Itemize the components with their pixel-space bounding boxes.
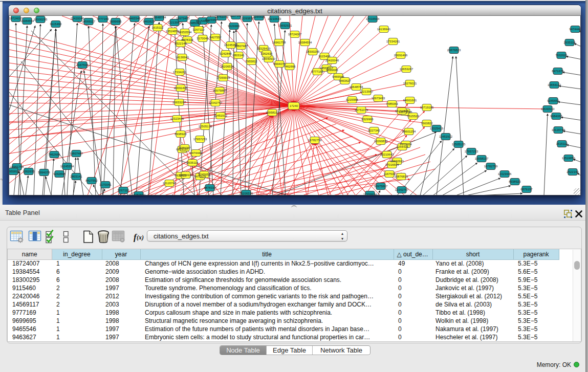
svg-text:10120746: 10120746 (552, 128, 565, 132)
svg-text:89601254: 89601254 (402, 130, 416, 133)
svg-text:16782759: 16782759 (308, 139, 322, 142)
svg-text:2522143: 2522143 (567, 170, 579, 173)
svg-text:10210643: 10210643 (268, 17, 281, 20)
svg-text:3170041: 3170041 (99, 183, 112, 186)
svg-text:9463627: 9463627 (143, 20, 155, 23)
svg-text:15692921: 15692921 (390, 160, 404, 163)
svg-text:6879197: 6879197 (520, 188, 533, 191)
svg-text:9245652: 9245652 (547, 99, 559, 102)
svg-text:12093832: 12093832 (241, 17, 254, 20)
svg-text:13325419: 13325419 (430, 127, 444, 130)
svg-text:9777169: 9777169 (97, 17, 109, 20)
svg-text:20876823: 20876823 (447, 49, 461, 52)
svg-text:9465546: 9465546 (128, 17, 141, 20)
svg-text:7663822: 7663822 (421, 122, 433, 125)
svg-text:9699695: 9699695 (110, 20, 122, 23)
svg-text:9329966: 9329966 (361, 118, 374, 121)
svg-text:19384554: 19384554 (20, 19, 34, 23)
svg-text:10654112: 10654112 (548, 83, 561, 86)
svg-text:10648784: 10648784 (350, 85, 363, 89)
svg-text:10654112: 10654112 (179, 173, 193, 177)
svg-text:7955812: 7955812 (9, 170, 19, 173)
svg-text:7462666: 7462666 (284, 65, 296, 68)
svg-text:1167533: 1167533 (384, 172, 396, 176)
svg-text:12323446: 12323446 (498, 172, 512, 176)
svg-text:10653267: 10653267 (400, 68, 413, 71)
svg-text:5215958: 5215958 (346, 98, 358, 101)
svg-text:10807487: 10807487 (70, 152, 83, 155)
svg-text:17334261: 17334261 (386, 40, 400, 43)
svg-text:64661601: 64661601 (403, 99, 417, 102)
svg-text:2935114: 2935114 (564, 41, 576, 44)
svg-text:16245354: 16245354 (60, 165, 74, 168)
svg-text:9115460: 9115460 (50, 23, 62, 26)
svg-text:26206536: 26206536 (221, 65, 234, 68)
svg-text:9084067: 9084067 (179, 146, 191, 149)
svg-text:20691406: 20691406 (394, 54, 408, 57)
svg-text:10973493: 10973493 (176, 17, 190, 20)
svg-text:3170041: 3170041 (197, 37, 209, 40)
svg-text:17016504: 17016504 (385, 163, 399, 166)
svg-text:18724007: 18724007 (288, 33, 302, 36)
svg-text:17957253: 17957253 (465, 150, 478, 153)
svg-text:10973493: 10973493 (372, 97, 385, 100)
svg-text:3267110: 3267110 (193, 28, 205, 31)
svg-text:9227342: 9227342 (368, 129, 380, 132)
svg-text:18300295: 18300295 (306, 50, 320, 53)
svg-text:12342757: 12342757 (395, 188, 409, 191)
svg-text:12323446: 12323446 (170, 117, 184, 120)
svg-text:1362635: 1362635 (23, 170, 35, 173)
svg-text:17016504: 17016504 (366, 17, 380, 20)
svg-text:9242848: 9242848 (220, 52, 232, 55)
svg-text:15751074: 15751074 (355, 108, 368, 112)
svg-text:20691406: 20691406 (174, 86, 188, 90)
svg-text:5994078: 5994078 (38, 171, 50, 174)
svg-text:16782759: 16782759 (484, 165, 498, 168)
svg-text:7462666: 7462666 (48, 153, 60, 156)
svg-text:8427552: 8427552 (209, 36, 222, 39)
svg-text:9777169: 9777169 (311, 70, 323, 73)
svg-text:18300295: 18300295 (34, 18, 48, 21)
svg-text:11451912: 11451912 (439, 135, 453, 138)
svg-text:12505135: 12505135 (199, 125, 212, 128)
svg-text:10958107: 10958107 (475, 157, 489, 160)
svg-text:16961758: 16961758 (10, 165, 24, 168)
svg-text:1244415: 1244415 (253, 16, 265, 18)
svg-text:2935114: 2935114 (187, 161, 199, 164)
svg-text:10210643: 10210643 (380, 153, 394, 156)
svg-text:7485063: 7485063 (386, 102, 398, 105)
svg-text:11451912: 11451912 (214, 114, 228, 117)
svg-text:1615112: 1615112 (556, 142, 569, 145)
svg-text:9474444: 9474444 (190, 151, 202, 155)
svg-text:30975867: 30975867 (374, 185, 388, 188)
svg-text:10807487: 10807487 (234, 45, 248, 48)
svg-text:17359934: 17359934 (363, 193, 377, 195)
svg-text:16961758: 16961758 (272, 41, 286, 44)
svg-text:19353594: 19353594 (132, 193, 146, 195)
svg-text:14569117: 14569117 (82, 20, 96, 23)
svg-text:8427552: 8427552 (85, 179, 98, 182)
svg-text:16154808: 16154808 (395, 110, 409, 113)
svg-text:10958107: 10958107 (266, 111, 279, 114)
svg-text:22420046: 22420046 (325, 59, 339, 62)
svg-text:13325419: 13325419 (257, 47, 271, 50)
svg-text:15276021: 15276021 (403, 82, 417, 85)
svg-text:9465546: 9465546 (332, 75, 344, 78)
svg-text:19384554: 19384554 (298, 41, 312, 44)
svg-text:7515523: 7515523 (407, 115, 419, 118)
svg-text:1615112: 1615112 (152, 26, 164, 29)
svg-text:17334261: 17334261 (173, 71, 187, 74)
svg-text:9329966: 9329966 (228, 25, 240, 28)
svg-text:8471676: 8471676 (552, 70, 564, 73)
svg-text:12213967: 12213967 (360, 90, 374, 93)
svg-text:2522143: 2522143 (175, 42, 187, 45)
svg-text:17359934: 17359934 (216, 76, 230, 79)
svg-text:10653267: 10653267 (172, 101, 186, 104)
svg-text:9245652: 9245652 (198, 173, 210, 176)
svg-text:9084067: 9084067 (550, 115, 562, 118)
svg-text:15751074: 15751074 (215, 16, 229, 18)
svg-text:2803141: 2803141 (232, 54, 245, 57)
svg-text:30975867: 30975867 (213, 89, 227, 92)
svg-text:9699695: 9699695 (326, 69, 338, 72)
svg-text:(x): (x) (137, 234, 144, 241)
